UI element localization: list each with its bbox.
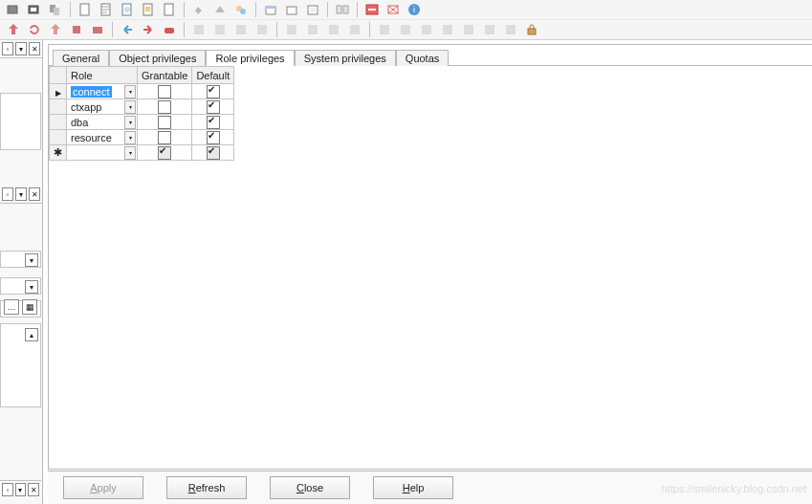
tb2-btn-5[interactable] — [88, 21, 107, 38]
refresh-button[interactable]: Refresh — [166, 476, 247, 499]
role-name[interactable]: resource — [71, 132, 112, 143]
tb2-btn-3[interactable] — [46, 21, 65, 38]
role-privileges-grid: Role Grantable Default ▶ connect ▾ ctxap… — [49, 66, 812, 161]
left-combo-2[interactable]: ▾ — [0, 277, 41, 295]
tb1-btn-12[interactable] — [261, 1, 280, 18]
tab-object-privileges[interactable]: Object privileges — [109, 50, 206, 66]
watermark-text: https://smilenicky.blog.csdn.net — [662, 483, 806, 494]
col-header-role[interactable]: Role — [67, 67, 138, 84]
close-button[interactable]: Close — [270, 476, 350, 499]
left-list-pane[interactable]: ▴ — [0, 323, 41, 407]
dock-close-icon[interactable]: ✕ — [29, 187, 40, 201]
grid-row[interactable]: resource ▾ — [50, 130, 234, 145]
grid-row[interactable]: dba ▾ — [50, 115, 234, 130]
help-button[interactable]: Help — [373, 476, 453, 499]
chevron-down-icon[interactable]: ▾ — [25, 280, 38, 294]
tb1-btn-4[interactable] — [76, 1, 95, 18]
tb2-btn-4[interactable] — [67, 21, 86, 38]
role-name[interactable]: connect — [71, 86, 112, 98]
role-cell[interactable]: ctxapp ▾ — [67, 99, 138, 115]
tab-system-privileges[interactable]: System privileges — [295, 50, 396, 66]
tb1-btn-6[interactable] — [118, 1, 137, 18]
tab-general[interactable]: General — [53, 50, 109, 66]
svg-point-8 — [124, 7, 130, 12]
default-checkbox[interactable] — [207, 116, 220, 129]
svg-rect-34 — [329, 25, 339, 34]
role-cell[interactable]: connect ▾ — [67, 84, 138, 99]
tb1-btn-9[interactable] — [189, 1, 208, 18]
tb2-dis-3 — [231, 21, 251, 38]
dock-close-icon[interactable]: ✕ — [28, 483, 39, 496]
role-dropdown-icon[interactable]: ▾ — [124, 131, 136, 144]
tb2-btn-1[interactable] — [4, 21, 23, 38]
default-checkbox[interactable] — [207, 100, 220, 114]
tb1-btn-2[interactable] — [25, 1, 44, 18]
left-dock: ▫ ▾ ✕ ▫ ▾ ✕ ▾ ▾ … ▦ ▴ ▫ ▾ ✕ — [0, 40, 43, 504]
grantable-checkbox[interactable] — [158, 116, 171, 129]
svg-rect-40 — [464, 25, 473, 34]
tb1-btn-1[interactable] — [4, 1, 23, 18]
dock-pin-icon[interactable]: ▾ — [15, 42, 27, 55]
tb1-btn-13[interactable] — [282, 1, 301, 18]
tb1-btn-11[interactable] — [231, 1, 251, 18]
lock-icon[interactable] — [522, 21, 541, 38]
grid-row[interactable]: ctxapp ▾ — [50, 99, 234, 115]
tb2-btn-8[interactable] — [160, 21, 179, 38]
left-combo-1[interactable]: ▾ — [0, 251, 41, 268]
scroll-up-icon[interactable]: ▴ — [25, 328, 38, 341]
tb1-btn-16[interactable] — [362, 1, 382, 18]
role-dropdown-icon[interactable]: ▾ — [124, 100, 136, 114]
tb2-dis-13 — [459, 21, 478, 38]
role-name[interactable]: ctxapp — [71, 101, 101, 113]
dock-restore-icon[interactable]: ▫ — [2, 483, 13, 496]
chevron-down-icon[interactable]: ▾ — [25, 253, 38, 267]
tb1-btn-7[interactable] — [139, 1, 158, 18]
grid-row[interactable]: ▶ connect ▾ — [50, 84, 234, 99]
tab-role-privileges[interactable]: Role privileges — [206, 50, 294, 66]
tb1-btn-14[interactable] — [303, 1, 322, 18]
tb1-btn-17[interactable] — [384, 1, 403, 18]
tb1-btn-3[interactable] — [46, 1, 65, 18]
grantable-checkbox[interactable] — [158, 131, 171, 144]
role-cell[interactable]: dba ▾ — [67, 115, 138, 130]
svg-rect-38 — [422, 25, 431, 34]
apply-button[interactable]: Apply — [63, 476, 143, 499]
tb2-btn-2[interactable] — [25, 21, 44, 38]
default-checkbox[interactable] — [207, 146, 220, 160]
aux-button[interactable]: ▦ — [22, 299, 37, 315]
grid-new-row[interactable]: ✱ ▾ — [50, 145, 234, 161]
role-cell[interactable]: resource ▾ — [67, 130, 138, 145]
dock-pin-icon[interactable]: ▾ — [15, 483, 27, 496]
tb1-btn-5[interactable] — [97, 1, 116, 18]
main-panel: General Object privileges Role privilege… — [48, 44, 812, 470]
role-name[interactable]: dba — [71, 117, 88, 128]
default-checkbox[interactable] — [207, 131, 220, 144]
tb1-btn-10[interactable] — [210, 1, 230, 18]
role-dropdown-icon[interactable]: ▾ — [124, 85, 136, 99]
dock-pin-icon[interactable]: ▾ — [15, 187, 27, 201]
help-accel: H — [403, 482, 410, 493]
grantable-checkbox[interactable] — [158, 146, 171, 160]
svg-rect-5 — [80, 4, 89, 15]
role-dropdown-icon[interactable]: ▾ — [124, 116, 136, 129]
svg-rect-39 — [443, 25, 452, 34]
tb1-btn-15[interactable] — [333, 1, 352, 18]
ellipsis-button[interactable]: … — [4, 299, 19, 315]
role-cell[interactable]: ▾ — [67, 145, 138, 161]
tb1-btn-18[interactable]: i — [405, 1, 424, 18]
dock-close-icon[interactable]: ✕ — [29, 42, 40, 55]
grantable-checkbox[interactable] — [158, 100, 171, 114]
grantable-checkbox[interactable] — [158, 85, 171, 99]
default-checkbox[interactable] — [207, 85, 220, 99]
col-header-default[interactable]: Default — [192, 67, 234, 84]
tb1-btn-8[interactable] — [160, 1, 179, 18]
dock-pinbar-mid: ▫ ▾ ✕ — [0, 186, 42, 204]
role-dropdown-icon[interactable]: ▾ — [124, 146, 136, 160]
col-header-grantable[interactable]: Grantable — [138, 67, 192, 84]
current-row-marker-icon: ▶ — [50, 84, 67, 99]
tab-quotas[interactable]: Quotas — [396, 50, 449, 66]
nav-fwd-icon[interactable] — [139, 21, 158, 38]
dock-restore-icon[interactable]: ▫ — [2, 42, 13, 55]
dock-restore-icon[interactable]: ▫ — [2, 187, 13, 201]
nav-back-icon[interactable] — [118, 21, 137, 38]
